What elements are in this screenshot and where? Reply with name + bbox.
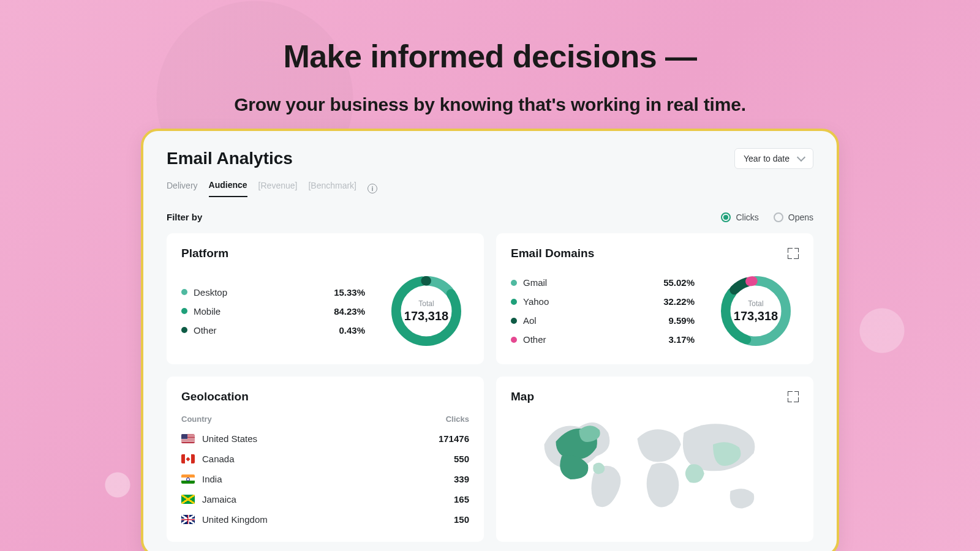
tab-revenue[interactable]: [Revenue] xyxy=(258,181,298,197)
filter-by-label: Filter by xyxy=(167,212,202,222)
radio-clicks[interactable]: Clicks xyxy=(721,212,758,222)
legend-value: 15.33% xyxy=(334,287,365,298)
world-map xyxy=(511,410,799,526)
domains-title: Email Domains xyxy=(511,247,594,260)
legend-label: Other xyxy=(194,325,217,335)
legend-label: Aol xyxy=(523,315,537,326)
legend-value: 32.22% xyxy=(663,296,695,307)
legend-label: Mobile xyxy=(194,306,221,317)
geolocation-card: Geolocation Country Clicks United States… xyxy=(167,377,484,542)
legend-value: 9.59% xyxy=(668,315,695,326)
legend-value: 84.23% xyxy=(334,306,365,317)
radio-opens-label: Opens xyxy=(788,212,813,222)
geo-country: United Kingdom xyxy=(202,514,268,525)
radio-clicks-label: Clicks xyxy=(736,212,758,222)
tabs: Delivery Audience [Revenue] [Benchmark] … xyxy=(167,180,813,197)
legend-dot-icon xyxy=(511,280,517,286)
geo-header-country: Country xyxy=(181,414,212,424)
map-title: Map xyxy=(511,390,534,403)
flag-icon xyxy=(181,434,195,443)
legend-label: Other xyxy=(523,334,546,345)
geo-clicks: 550 xyxy=(454,454,469,464)
platform-total-label: Total xyxy=(418,299,434,308)
legend-row: Other3.17% xyxy=(511,334,695,345)
date-range-select[interactable]: Year to date xyxy=(734,148,813,169)
geo-country: Jamaica xyxy=(202,494,236,504)
tab-delivery[interactable]: Delivery xyxy=(167,181,198,197)
legend-row: Gmail55.02% xyxy=(511,277,695,288)
domains-card: Email Domains Gmail55.02%Yahoo32.22%Aol9… xyxy=(496,233,813,364)
geo-country: India xyxy=(202,474,222,484)
geo-row: Canada550 xyxy=(181,454,469,464)
geo-header-clicks: Clicks xyxy=(446,414,469,424)
tab-audience[interactable]: Audience xyxy=(209,180,247,197)
geo-row: Jamaica165 xyxy=(181,494,469,504)
legend-dot-icon xyxy=(181,289,187,295)
legend-dot-icon xyxy=(511,337,517,343)
legend-label: Yahoo xyxy=(523,296,549,307)
app-window: Email Analytics Year to date Delivery Au… xyxy=(141,129,839,551)
expand-icon[interactable] xyxy=(788,248,799,259)
chevron-down-icon xyxy=(797,153,805,162)
legend-value: 0.43% xyxy=(339,325,365,335)
geo-country: United States xyxy=(202,433,257,444)
legend-value: 3.17% xyxy=(668,334,695,345)
geo-clicks: 150 xyxy=(454,514,469,525)
legend-dot-icon xyxy=(511,318,517,324)
legend-row: Desktop15.33% xyxy=(181,287,365,298)
platform-title: Platform xyxy=(181,247,228,260)
legend-dot-icon xyxy=(181,327,187,333)
domains-total-value: 173,318 xyxy=(734,309,778,323)
legend-row: Other0.43% xyxy=(181,325,365,335)
platform-card: Platform Desktop15.33%Mobile84.23%Other0… xyxy=(167,233,484,364)
platform-total-value: 173,318 xyxy=(404,309,448,323)
legend-row: Aol9.59% xyxy=(511,315,695,326)
platform-donut-chart: Total 173,318 xyxy=(386,271,466,351)
legend-row: Mobile84.23% xyxy=(181,306,365,317)
info-icon[interactable]: i xyxy=(368,184,377,193)
geo-country: Canada xyxy=(202,454,235,464)
date-range-label: Year to date xyxy=(744,154,790,163)
geo-clicks: 171476 xyxy=(439,433,469,444)
geo-clicks: 165 xyxy=(454,494,469,504)
geo-row: United Kingdom150 xyxy=(181,514,469,525)
geo-row: India339 xyxy=(181,474,469,484)
flag-icon xyxy=(181,474,195,484)
geo-clicks: 339 xyxy=(454,474,469,484)
domains-total-label: Total xyxy=(748,299,763,308)
flag-icon xyxy=(181,454,195,463)
legend-row: Yahoo32.22% xyxy=(511,296,695,307)
legend-dot-icon xyxy=(181,308,187,314)
legend-label: Gmail xyxy=(523,277,547,288)
domains-donut-chart: Total 173,318 xyxy=(716,271,796,351)
flag-icon xyxy=(181,515,195,524)
flag-icon xyxy=(181,495,195,504)
tab-benchmark[interactable]: [Benchmark] xyxy=(308,181,356,197)
expand-icon[interactable] xyxy=(788,391,799,402)
legend-label: Desktop xyxy=(194,287,227,298)
legend-dot-icon xyxy=(511,299,517,305)
legend-value: 55.02% xyxy=(663,277,695,288)
geo-row: United States171476 xyxy=(181,433,469,444)
geolocation-title: Geolocation xyxy=(181,390,469,403)
radio-opens[interactable]: Opens xyxy=(774,212,813,222)
hero-subtitle: Grow your business by knowing that's wor… xyxy=(0,94,980,115)
map-card: Map xyxy=(496,377,813,542)
page-title: Email Analytics xyxy=(167,149,293,168)
hero-title: Make informed decisions — xyxy=(0,38,980,75)
